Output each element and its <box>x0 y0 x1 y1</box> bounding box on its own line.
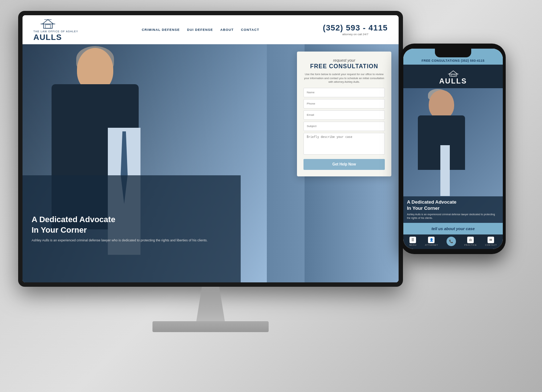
logo-area: THE LAW OFFICE OF ASHLEY AULLS <box>33 17 78 42</box>
phone-notch <box>435 49 471 57</box>
site-nav: CRIMINAL DEFENSE DUI DEFENSE ABOUT CONTA… <box>142 28 259 32</box>
nav-dui-defense[interactable]: DUI DEFENSE <box>187 28 213 32</box>
phone-nav-call-icon: 📞 <box>447 237 456 246</box>
phone-nav-call[interactable]: 📞 <box>447 237 456 247</box>
form-email-input[interactable] <box>303 110 385 120</box>
logo-name: AULLS <box>33 33 62 42</box>
phone-nav-attorney-icon: 👤 <box>428 237 435 243</box>
phone-top-bar-text: FREE CONSULTATIONS (352) 593-4115 <box>407 59 499 62</box>
phone-nav-attorney[interactable]: 👤 ATTORNEY <box>425 237 438 247</box>
site-hero: A Dedicated AdvocateIn Your Corner Ashle… <box>23 44 399 282</box>
phone-nav-practice-label: PRACTICE <box>464 244 477 246</box>
phone-logo-name: AULLS <box>439 77 467 85</box>
svg-rect-0 <box>45 25 50 28</box>
website: THE LAW OFFICE OF ASHLEY AULLS CRIMINAL … <box>23 15 399 282</box>
logo-icon <box>33 17 62 30</box>
phone-screen: FREE CONSULTATIONS (352) 593-4115 AULLS <box>403 49 503 249</box>
phone-cta-text: tell us about your case <box>407 226 499 231</box>
phone-nav-menu-label: MENU <box>409 244 417 246</box>
phone-hero-title: A Dedicated AdvocateIn Your Corner <box>407 199 499 212</box>
phone-cta-bar[interactable]: tell us about your case <box>403 223 503 234</box>
phone-person-photo <box>414 88 472 161</box>
logo-tagline: THE LAW OFFICE OF ASHLEY <box>33 30 78 33</box>
monitor-base <box>152 321 269 332</box>
hero-title: A Dedicated AdvocateIn Your Corner <box>32 215 232 235</box>
phone-nav-menu-icon: ☰ <box>409 237 416 243</box>
phone-frame: FREE CONSULTATIONS (352) 593-4115 AULLS <box>400 44 506 254</box>
monitor-neck <box>196 287 225 323</box>
phone-nav-practice[interactable]: ⚖ PRACTICE <box>464 237 477 247</box>
site-header: THE LAW OFFICE OF ASHLEY AULLS CRIMINAL … <box>23 15 399 44</box>
phone-hero-subtitle: Ashley Aulls is an experienced criminal … <box>407 213 499 220</box>
monitor-frame: THE LAW OFFICE OF ASHLEY AULLS CRIMINAL … <box>18 11 403 287</box>
phone-person-head <box>429 90 454 119</box>
desktop-monitor: THE LAW OFFICE OF ASHLEY AULLS CRIMINAL … <box>18 11 403 356</box>
form-case-textarea[interactable] <box>303 133 385 155</box>
form-name-input[interactable] <box>303 88 385 97</box>
phone-bottom-nav: ☰ MENU 👤 ATTORNEY 📞 ⚖ PRACTICE <box>403 234 503 249</box>
form-subject-input[interactable] <box>303 122 385 131</box>
phone-nav-menu[interactable]: ☰ MENU <box>409 237 417 247</box>
phone-hero-overlay: A Dedicated AdvocateIn Your Corner Ashle… <box>403 196 503 223</box>
consultation-form-card: request your FREE CONSULTATION Use the f… <box>297 52 391 176</box>
form-submit-button[interactable]: Get Help Now <box>303 159 385 170</box>
svg-rect-3 <box>451 74 455 76</box>
phone-nav-attorney-label: ATTORNEY <box>425 244 438 246</box>
phone-logo-icon <box>443 69 463 77</box>
form-title-italic: request your <box>303 58 385 62</box>
nav-criminal-defense[interactable]: CRIMINAL DEFENSE <box>142 28 180 32</box>
header-phone-area: (352) 593 - 4115 attorney on call 24/7 <box>323 23 388 36</box>
phone-nav-contact[interactable]: ✉ CONTACT <box>485 237 497 247</box>
phone-logo-area: AULLS <box>403 65 503 88</box>
form-description: Use the form below to submit your reques… <box>303 73 385 84</box>
header-phone-number[interactable]: (352) 593 - 4115 <box>323 23 388 33</box>
scene: THE LAW OFFICE OF ASHLEY AULLS CRIMINAL … <box>0 0 542 392</box>
phone-nav-practice-icon: ⚖ <box>467 237 474 243</box>
phone-person-shirt <box>440 145 450 196</box>
phone-hero: A Dedicated AdvocateIn Your Corner Ashle… <box>403 88 503 223</box>
phone-device: FREE CONSULTATIONS (352) 593-4115 AULLS <box>400 44 506 254</box>
phone-nav-contact-label: CONTACT <box>485 244 497 246</box>
phone-nav-contact-icon: ✉ <box>488 237 494 243</box>
header-phone-sub: attorney on call 24/7 <box>323 33 388 36</box>
phone-person-body <box>418 115 465 170</box>
nav-about[interactable]: ABOUT <box>220 28 234 32</box>
hero-subtitle: Ashley Aulls is an experienced criminal … <box>32 238 232 243</box>
form-title-main: FREE CONSULTATION <box>303 63 385 70</box>
hero-text-overlay: A Dedicated AdvocateIn Your Corner Ashle… <box>23 175 241 282</box>
monitor-screen: THE LAW OFFICE OF ASHLEY AULLS CRIMINAL … <box>23 15 399 282</box>
nav-contact[interactable]: CONTACT <box>241 28 259 32</box>
form-phone-input[interactable] <box>303 99 385 109</box>
